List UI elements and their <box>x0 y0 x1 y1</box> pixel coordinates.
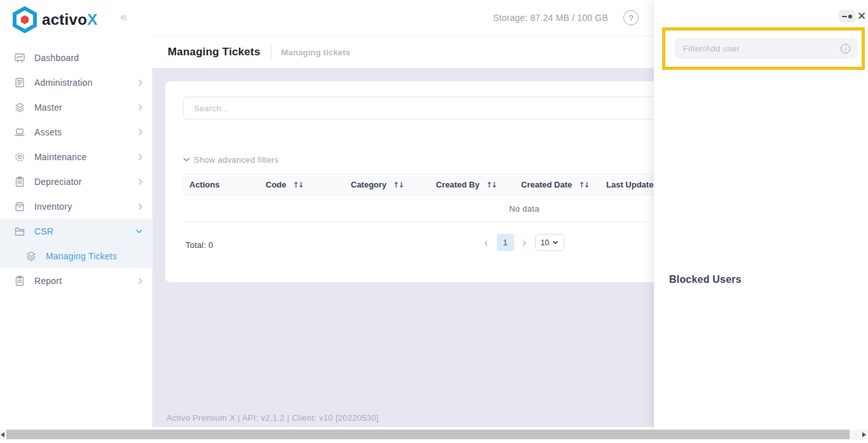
blocked-users-title: Blocked Users <box>669 274 742 285</box>
page-title: Managing Tickets <box>168 46 261 58</box>
sort-icon[interactable]: ↑↓ <box>293 181 303 189</box>
sidebar-item-label: Master <box>34 102 138 112</box>
filter-add-user-input[interactable] <box>674 44 841 53</box>
scroll-right-arrow-icon[interactable] <box>862 432 866 437</box>
sidebar-item-inventory[interactable]: Inventory <box>0 194 152 219</box>
title-divider <box>271 44 271 60</box>
sidebar-item-label: Depreciator <box>34 177 138 187</box>
horizontal-scrollbar[interactable] <box>0 430 868 440</box>
laptop-icon <box>14 126 25 138</box>
pin-dot <box>848 15 852 18</box>
column-header-code: Code↑↓ <box>259 174 344 195</box>
column-header-created-by: Created By↑↓ <box>430 174 515 195</box>
clipboard-icon <box>14 176 25 187</box>
chevron-right-icon <box>138 178 143 186</box>
sidebar-item-administration[interactable]: Administration <box>0 70 152 95</box>
sort-icon[interactable]: ↑↓ <box>393 181 403 189</box>
sidebar-item-assets[interactable]: Assets <box>0 119 152 144</box>
chevron-right-icon <box>138 277 143 285</box>
filter-add-user-field: i <box>674 38 858 59</box>
chevron-right-icon <box>138 104 143 111</box>
chevron-right-icon <box>138 153 143 161</box>
page-title-bar: Managing Tickets Managing tickets <box>153 36 654 68</box>
admin-doc-icon <box>14 77 25 88</box>
page-1-button[interactable]: 1 <box>497 234 514 251</box>
scrollbar-thumb[interactable] <box>6 430 850 439</box>
page-size-select[interactable]: 10 <box>535 234 564 251</box>
sidebar: activoX « Dashboard Administration Maste… <box>0 0 153 430</box>
help-icon[interactable]: ? <box>623 10 639 25</box>
next-page-icon[interactable]: › <box>523 238 526 248</box>
advanced-filters-label: Show advanced filters <box>194 155 278 165</box>
sidebar-item-label: Maintenance <box>34 152 138 162</box>
chevron-right-icon <box>138 203 143 210</box>
sidebar-item-depreciator[interactable]: Depreciator <box>0 169 152 194</box>
sidebar-item-label: Assets <box>34 127 138 137</box>
gear-icon <box>14 151 25 163</box>
info-icon[interactable]: i <box>841 44 850 53</box>
page-size-value: 10 <box>540 238 549 247</box>
chevron-down-icon <box>183 158 190 162</box>
sidebar-item-label: Inventory <box>34 201 138 212</box>
folder-icon <box>14 226 25 237</box>
sidebar-item-label: Report <box>34 276 138 286</box>
pin-bar <box>842 16 847 17</box>
sidebar-collapse-icon[interactable]: « <box>119 9 128 25</box>
sidebar-item-label: Managing Tickets <box>46 251 143 261</box>
column-header-actions: Actions <box>183 174 259 195</box>
sidebar-item-label: Dashboard <box>34 53 143 63</box>
box-icon <box>14 201 25 212</box>
prev-page-icon[interactable]: ‹ <box>484 238 487 248</box>
blocked-users-panel: ✕ i Blocked Users <box>654 0 868 430</box>
sidebar-item-label: Administration <box>34 78 138 88</box>
app-name: activoX <box>42 11 97 29</box>
layers-icon <box>14 102 25 113</box>
logo-hexagon-icon <box>13 6 37 33</box>
sidebar-item-csr[interactable]: CSR <box>0 219 152 243</box>
scroll-left-arrow-icon[interactable] <box>1 432 4 437</box>
sort-icon[interactable]: ↑↓ <box>578 181 588 189</box>
breadcrumb: Managing tickets <box>281 48 351 57</box>
clipboard-icon <box>14 275 25 287</box>
top-header: Storage: 87.24 MB / 100 GB ? <box>153 0 654 36</box>
sidebar-item-dashboard[interactable]: Dashboard <box>0 45 152 70</box>
column-header-created-date: Created Date↑↓ <box>515 174 600 195</box>
chevron-right-icon <box>138 79 143 86</box>
show-advanced-filters-toggle[interactable]: Show advanced filters <box>183 155 278 165</box>
sidebar-item-report[interactable]: Report <box>0 268 152 293</box>
sidebar-item-maintenance[interactable]: Maintenance <box>0 144 152 169</box>
chevron-down-icon <box>135 229 143 234</box>
chevron-down-icon <box>552 240 559 245</box>
pin-panel-icon[interactable] <box>839 10 855 22</box>
close-icon[interactable]: ✕ <box>857 10 866 22</box>
highlight-annotation-box: i <box>662 27 865 70</box>
sidebar-item-managing-tickets[interactable]: Managing Tickets <box>0 243 152 268</box>
app-logo: activoX <box>13 6 97 33</box>
layers-icon <box>25 250 37 262</box>
storage-indicator: Storage: 87.24 MB / 100 GB <box>493 13 608 23</box>
sidebar-item-label: CSR <box>34 226 135 236</box>
chevron-right-icon <box>138 128 143 136</box>
dashboard-icon <box>14 52 25 64</box>
column-header-category: Category↑↓ <box>344 174 430 195</box>
sidebar-nav: Dashboard Administration Master Assets <box>0 45 152 293</box>
sort-icon[interactable]: ↑↓ <box>486 181 496 189</box>
sidebar-item-master[interactable]: Master <box>0 95 152 119</box>
version-footer: Activo Premium X | API: v2.1.2 | Client:… <box>166 413 379 423</box>
